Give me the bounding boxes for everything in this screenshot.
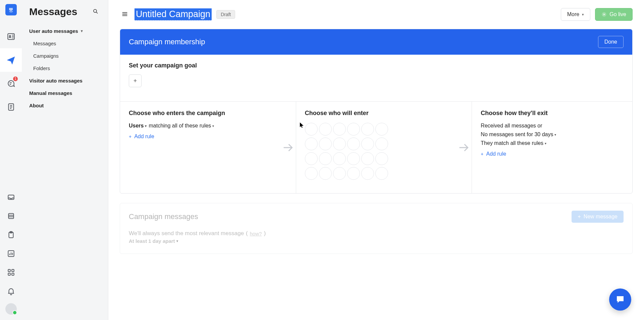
- svg-rect-5: [8, 213, 13, 218]
- toggle-sidebar-button[interactable]: [120, 9, 130, 20]
- audience-placeholder: [361, 167, 374, 180]
- search-icon: [93, 8, 99, 14]
- enter-heading: Choose who enters the campaign: [129, 110, 272, 117]
- svg-rect-12: [12, 273, 14, 275]
- audience-placeholder: [375, 138, 388, 150]
- exit-match-rules-dropdown[interactable]: They match all these rules ▾: [481, 140, 546, 146]
- campaign-title-input[interactable]: Untitled Campaign: [135, 8, 212, 20]
- svg-rect-9: [8, 269, 10, 272]
- chevron-down-icon: ▾: [176, 239, 178, 243]
- goal-heading: Set your campaign goal: [129, 62, 624, 69]
- svg-point-13: [94, 9, 97, 12]
- nav-messages[interactable]: [0, 48, 22, 72]
- sidebar-item-messages[interactable]: Messages: [22, 37, 108, 50]
- conversations-badge: 1: [13, 76, 18, 81]
- plus-icon: +: [129, 134, 131, 139]
- chevron-down-icon: ▾: [212, 124, 214, 128]
- audience-placeholder: [305, 152, 318, 165]
- membership-title: Campaign membership: [129, 38, 205, 46]
- nav-notifications[interactable]: [0, 282, 22, 301]
- match-mode-dropdown[interactable]: matching all of these rules ▾: [149, 123, 214, 129]
- search-button[interactable]: [91, 6, 101, 17]
- nav-articles[interactable]: [0, 95, 22, 119]
- nav-bottom-group: [0, 188, 22, 301]
- audience-placeholder: [347, 138, 360, 150]
- menu-icon: [121, 10, 128, 18]
- svg-point-2: [9, 36, 10, 37]
- new-message-button[interactable]: + New message: [572, 211, 624, 223]
- audience-placeholder: [305, 123, 318, 136]
- done-button[interactable]: Done: [598, 36, 624, 48]
- membership-columns: Choose who enters the campaign Users ▾ m…: [120, 101, 632, 193]
- audience-placeholder: [333, 152, 346, 165]
- audience-dropdown[interactable]: Users ▾: [129, 123, 147, 129]
- audience-placeholder: [333, 167, 346, 180]
- audience-preview-grid: [305, 123, 448, 180]
- status-badge: Draft: [216, 10, 235, 19]
- audience-placeholder: [333, 138, 346, 150]
- add-rule-enter[interactable]: + Add rule: [129, 134, 154, 140]
- sidebar-section-label: Visitor auto messages: [29, 78, 83, 84]
- plus-icon: +: [578, 214, 581, 220]
- audience-placeholder: [375, 152, 388, 165]
- arrow-separator: [456, 102, 472, 193]
- message-spacing-dropdown[interactable]: At least 1 day apart ▾: [129, 238, 178, 244]
- audience-placeholder: [361, 123, 374, 136]
- how-paren-close: ): [264, 230, 266, 237]
- exit-no-messages-dropdown[interactable]: No messages sent for 30 days ▾: [481, 131, 556, 138]
- app-logo[interactable]: [5, 4, 17, 15]
- user-avatar[interactable]: [5, 303, 17, 315]
- audience-placeholder: [319, 167, 332, 180]
- nav-users[interactable]: [0, 25, 22, 48]
- topbar: Untitled Campaign Draft More ▾ Go live: [108, 0, 644, 29]
- sidebar-item-campaigns[interactable]: Campaigns: [22, 50, 108, 62]
- sidebar-section-manual[interactable]: Manual messages: [22, 87, 108, 99]
- audience-placeholder: [375, 123, 388, 136]
- chat-icon: [615, 295, 625, 305]
- chevron-down-icon: ▾: [145, 124, 147, 128]
- go-live-label: Go live: [609, 11, 626, 17]
- nav-library[interactable]: [0, 207, 22, 225]
- campaign-membership-card: Campaign membership Done Set your campai…: [120, 29, 633, 194]
- sidebar: Messages User auto messages ▾ Messages C…: [22, 0, 108, 320]
- messages-card-title: Campaign messages: [129, 212, 198, 221]
- play-icon: [601, 12, 607, 17]
- chevron-down-icon: ▾: [582, 12, 584, 17]
- sidebar-section-about[interactable]: About: [22, 99, 108, 112]
- sidebar-section-visitor-auto[interactable]: Visitor auto messages: [22, 74, 108, 87]
- nav-conversations[interactable]: 1: [0, 72, 22, 95]
- sidebar-section-user-auto[interactable]: User auto messages ▾: [22, 25, 108, 37]
- audience-placeholder: [375, 167, 388, 180]
- how-link[interactable]: how?: [250, 231, 262, 236]
- arrow-right-icon: [281, 141, 295, 154]
- chat-launcher[interactable]: [609, 288, 631, 311]
- audience-placeholder: [319, 152, 332, 165]
- more-menu-button[interactable]: More ▾: [561, 8, 590, 21]
- audience-placeholder: [361, 138, 374, 150]
- audience-placeholder: [347, 152, 360, 165]
- audience-placeholder: [305, 138, 318, 150]
- nav-reports[interactable]: [0, 244, 22, 263]
- chevron-down-icon: ▾: [81, 29, 83, 33]
- sidebar-item-folders[interactable]: Folders: [22, 62, 108, 74]
- audience-placeholder: [319, 138, 332, 150]
- nav-apps[interactable]: [0, 263, 22, 282]
- more-label: More: [567, 11, 579, 17]
- arrow-separator: [280, 102, 296, 193]
- main-content: Untitled Campaign Draft More ▾ Go live C…: [108, 0, 644, 320]
- add-goal-button[interactable]: +: [129, 74, 142, 87]
- sidebar-section-label: About: [29, 103, 44, 108]
- nav-inbox[interactable]: [0, 188, 22, 207]
- chevron-down-icon: ▾: [545, 142, 546, 145]
- go-live-button[interactable]: Go live: [595, 8, 633, 21]
- nav-clipboard[interactable]: [0, 225, 22, 244]
- page-title: Messages: [29, 6, 77, 17]
- will-enter-heading: Choose who will enter: [305, 110, 448, 117]
- add-rule-exit[interactable]: + Add rule: [481, 151, 506, 157]
- audience-placeholder: [305, 167, 318, 180]
- membership-header: Campaign membership Done: [120, 29, 632, 55]
- sidebar-section-label: User auto messages: [29, 28, 78, 34]
- campaign-messages-card: Campaign messages + New message We'll al…: [120, 203, 633, 254]
- plus-icon: +: [481, 151, 483, 157]
- svg-rect-10: [12, 269, 14, 272]
